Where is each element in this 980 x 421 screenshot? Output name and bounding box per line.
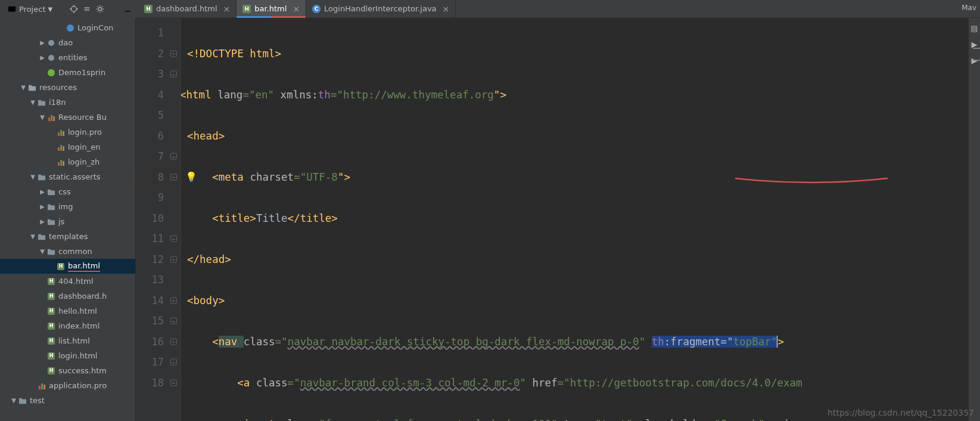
chevron-down-icon: ▼ (48, 6, 52, 13)
file-icon (37, 381, 46, 391)
file-icon (37, 232, 46, 242)
tree-item[interactable]: login_en (0, 140, 135, 154)
tree-arrow-icon[interactable]: ▼ (38, 114, 46, 120)
tree-item[interactable]: Hhello.html (0, 304, 135, 318)
tree-item[interactable]: ▶dao (0, 35, 135, 50)
toolbar: Project ▼ (0, 0, 136, 18)
watermark: https://blog.csdn.net/qq_15220357 (827, 408, 974, 417)
line-gutter: 12−3−4567−8−💡91011−12−1314−15−16−17−18− (136, 18, 181, 421)
project-label: Project (19, 5, 45, 14)
tree-label: css (58, 187, 71, 196)
tree-item[interactable]: Hindex.html (0, 318, 135, 333)
tree-label: templates (49, 232, 88, 241)
file-icon: H (46, 336, 56, 346)
tab-loginhandlerinterceptor-java[interactable]: C LoginHandlerInterceptor.java × (306, 0, 456, 17)
file-icon (56, 128, 66, 137)
minimize-icon[interactable] (123, 4, 132, 14)
database-icon[interactable]: ▤ (970, 24, 978, 33)
tree-arrow-icon[interactable]: ▼ (10, 397, 18, 404)
tree-label: dao (58, 38, 73, 47)
expand-all-icon[interactable] (82, 4, 92, 14)
html-file-icon: H (144, 5, 153, 13)
tree-label: Resource Bu (58, 113, 107, 122)
locate-icon[interactable] (69, 4, 79, 14)
tree-item[interactable]: Hbar.html (0, 259, 135, 274)
file-icon: H (46, 321, 56, 331)
project-tree[interactable]: LoginCon▶dao▶entitiesDemo1sprin▼resource… (0, 18, 136, 421)
tree-item[interactable]: ▶js (0, 214, 135, 229)
tree-item[interactable]: ▼resources (0, 80, 135, 95)
html-file-icon: H (242, 5, 251, 13)
tab-dashboard-html[interactable]: H dashboard.html × (138, 0, 237, 17)
tree-arrow-icon[interactable]: ▼ (29, 99, 37, 106)
tree-item[interactable]: Hsuccess.htm (0, 363, 135, 378)
svg-rect-0 (8, 7, 15, 12)
tree-item[interactable]: application.pro (0, 378, 135, 393)
java-class-icon: C (312, 5, 321, 13)
tree-arrow-icon[interactable]: ▶ (38, 218, 46, 225)
file-icon (46, 187, 56, 197)
project-toolwindow-button[interactable]: Project ▼ (4, 3, 56, 15)
tree-arrow-icon[interactable]: ▶ (38, 39, 46, 46)
tree-item[interactable]: Demo1sprin (0, 65, 135, 80)
svg-rect-7 (125, 11, 130, 12)
tree-item[interactable]: ▼Resource Bu (0, 110, 135, 125)
tree-item[interactable]: ▼templates (0, 229, 135, 244)
tree-label: login_en (68, 143, 100, 151)
red-underline-annotation (734, 176, 895, 187)
tree-label: img (58, 202, 73, 211)
tree-item[interactable]: LoginCon (0, 20, 135, 35)
tree-item[interactable]: ▼static.asserts (0, 169, 135, 184)
file-icon (46, 38, 56, 48)
tree-label: login.html (58, 351, 97, 360)
tree-arrow-icon[interactable]: ▶ (38, 54, 46, 61)
tree-label: js (58, 217, 64, 226)
tree-label: Demo1sprin (58, 68, 105, 77)
code-area[interactable]: <!DOCTYPE html> <html lang="en" xmlns:th… (181, 18, 980, 421)
tree-arrow-icon[interactable]: ▼ (38, 248, 46, 255)
gear-icon[interactable] (95, 4, 105, 14)
file-icon (46, 247, 56, 256)
tree-arrow-icon[interactable]: ▶ (38, 203, 46, 210)
error-stripe[interactable] (972, 36, 980, 421)
tree-item[interactable]: Hlist.html (0, 333, 135, 348)
tree-label: test (30, 396, 45, 405)
tree-arrow-icon[interactable]: ▼ (29, 174, 37, 180)
tree-item[interactable]: ▶css (0, 184, 135, 199)
tree-item[interactable]: login_zh (0, 154, 135, 169)
tree-item[interactable]: ▶entities (0, 50, 135, 65)
tree-item[interactable]: login.pro (0, 125, 135, 140)
tab-bar-html[interactable]: H bar.html × (237, 0, 306, 17)
tree-item[interactable]: ▼common (0, 244, 135, 259)
file-icon: H (46, 292, 56, 301)
tree-label: index.html (58, 321, 99, 330)
tree-label: 404.html (58, 277, 94, 286)
tree-label: success.htm (58, 366, 107, 375)
file-icon: H (46, 307, 56, 316)
close-icon[interactable]: × (443, 4, 450, 14)
tree-item[interactable]: H404.html (0, 274, 135, 289)
tree-item[interactable]: Hdashboard.h (0, 289, 135, 304)
file-icon (56, 143, 66, 152)
tree-label: entities (58, 53, 87, 62)
svg-point-8 (48, 40, 54, 46)
file-icon: H (46, 351, 56, 361)
close-icon[interactable]: × (293, 4, 300, 14)
tree-item[interactable]: ▼test (0, 393, 135, 408)
tree-arrow-icon[interactable]: ▼ (19, 84, 27, 91)
tree-label: i18n (49, 98, 66, 107)
maven-toolwindow-button[interactable]: Mav (958, 0, 980, 16)
file-icon: H (56, 262, 66, 271)
file-icon (46, 202, 56, 212)
tree-item[interactable]: ▼i18n (0, 95, 135, 110)
svg-point-6 (99, 7, 102, 10)
tree-item[interactable]: Hlogin.html (0, 348, 135, 363)
tree-arrow-icon[interactable]: ▶ (38, 188, 46, 195)
close-icon[interactable]: × (223, 4, 231, 14)
code-editor[interactable]: 12−3−4567−8−💡91011−12−1314−15−16−17−18− … (136, 18, 980, 421)
tree-arrow-icon[interactable]: ▼ (29, 233, 37, 240)
tree-label: dashboard.h (58, 292, 107, 301)
file-icon: H (46, 366, 56, 376)
tree-item[interactable]: ▶img (0, 199, 135, 214)
project-icon (7, 4, 17, 14)
